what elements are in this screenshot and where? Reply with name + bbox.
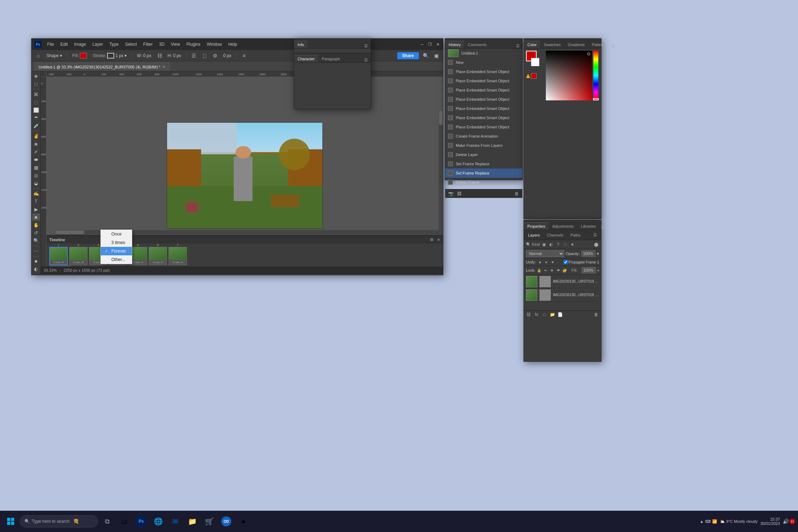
tab-swatches[interactable]: Swatches <box>540 41 564 48</box>
align-icon[interactable]: ☰ <box>190 52 198 60</box>
hand-tool[interactable]: ✋ <box>32 221 40 228</box>
history-item-place-6[interactable]: Place Embedded Smart Object <box>445 113 522 122</box>
taskbar-edge-app[interactable]: 🌐 <box>150 514 166 529</box>
menu-layer[interactable]: Layer <box>89 41 106 48</box>
stroke-swatch[interactable] <box>107 53 114 59</box>
taskbar-explorer2-app[interactable]: 📁 <box>184 514 200 529</box>
history-panel-menu[interactable]: ☰ <box>515 44 521 48</box>
fill-input[interactable] <box>582 267 596 273</box>
layer-group-button[interactable]: 📁 <box>549 312 555 317</box>
taskbar-chrome-app[interactable]: ● <box>235 514 251 529</box>
tab-channels[interactable]: Channels <box>544 232 566 238</box>
notification-badge[interactable]: 21 <box>789 519 795 524</box>
layer-new-button[interactable]: 📄 <box>557 312 563 317</box>
tab-libraries[interactable]: Libraries <box>577 222 599 230</box>
filter-type-icon[interactable]: T <box>555 242 561 247</box>
tab-paths[interactable]: Paths <box>568 232 583 238</box>
layer-mask-button[interactable]: □ <box>542 312 547 317</box>
history-item-delete-layer[interactable]: Delete Layer <box>445 150 522 159</box>
type-tool[interactable]: T <box>32 198 40 205</box>
color-panel-menu[interactable]: ☰ <box>610 44 616 48</box>
taskbar-mail-app[interactable]: ✉ <box>167 514 183 529</box>
doc-tab-close-button[interactable]: ✕ <box>162 65 165 69</box>
tab-comments[interactable]: Comments <box>464 41 490 48</box>
unify-visibility-icon[interactable]: ▼ <box>550 260 555 265</box>
layer-style-button[interactable]: fx <box>534 312 539 317</box>
path-selection-tool[interactable]: ▶ <box>32 206 40 213</box>
share-button[interactable]: Share <box>397 52 419 59</box>
quick-mask-tool[interactable]: ◐ <box>32 266 40 273</box>
unify-position-icon[interactable]: ★ <box>537 260 542 265</box>
info-panel-menu[interactable]: ☰ <box>363 44 369 48</box>
taskbar-photoshop-app[interactable]: Ps <box>133 514 149 529</box>
menu-image[interactable]: Image <box>71 41 89 48</box>
menu-plugins[interactable]: Plugins <box>184 41 203 48</box>
frame-7[interactable]: 0 sec. ▾ <box>168 247 187 265</box>
loop-once[interactable]: Once <box>101 230 132 238</box>
search-icon[interactable]: 🔍 <box>422 52 430 60</box>
history-item-create-frame[interactable]: Create Frame Animation <box>445 132 522 141</box>
frame-1[interactable]: 0 sec. ▾ <box>49 247 68 265</box>
taskbar-store-app[interactable]: 🛒 <box>201 514 217 529</box>
history-new-btn[interactable]: 🖼 <box>456 191 462 196</box>
shape-selector[interactable]: Shape ▾ <box>45 52 63 59</box>
tab-patterns[interactable]: Patterns <box>588 41 610 48</box>
panel-toggle-icon[interactable]: ▣ <box>432 52 440 60</box>
network-icon[interactable]: 📶 <box>712 519 717 524</box>
history-item-make-frames[interactable]: Make Frames From Layers <box>445 141 522 150</box>
tab-properties[interactable]: Properties <box>524 222 549 230</box>
history-item-place-5[interactable]: Place Embedded Smart Object <box>445 104 522 113</box>
history-item-place-3[interactable]: Place Embedded Smart Object <box>445 85 522 95</box>
lock-position-icon[interactable]: ✥ <box>549 268 554 273</box>
loop-other[interactable]: Other... <box>101 255 132 264</box>
tab-info[interactable]: Info <box>294 41 307 48</box>
document-tab[interactable]: Untitled-1 @ 33.3% (IMG20230130142522_BU… <box>34 62 170 71</box>
menu-type[interactable]: Type <box>106 41 121 48</box>
clone-stamp-tool[interactable]: ❀ <box>32 140 40 148</box>
filter-shape-icon[interactable]: □ <box>563 242 568 247</box>
history-item-set-frame-1[interactable]: Set Frame Replace <box>445 159 522 168</box>
tab-history[interactable]: History <box>445 41 464 48</box>
layer-delete-button[interactable]: 🗑 <box>593 312 599 317</box>
tab-layers[interactable]: Layers <box>525 232 543 238</box>
vertical-scrollbar[interactable] <box>439 110 443 234</box>
history-snapshot-item[interactable]: Untitled-1 <box>445 49 522 58</box>
filter-toggle-icon[interactable]: ⬤ <box>593 242 599 247</box>
taskbar-onedrive-app[interactable]: OD <box>218 514 234 529</box>
object-selection-tool[interactable]: ⬜ <box>32 106 40 113</box>
dodge-tool[interactable]: ◒ <box>32 180 40 187</box>
maximize-button[interactable]: ❒ <box>427 42 432 47</box>
menu-help[interactable]: Help <box>226 41 240 48</box>
eyedropper-tool[interactable]: 💉 <box>32 122 40 129</box>
tab-adjustments[interactable]: Adjustments <box>549 222 577 230</box>
taskbar-explorer-app[interactable]: 🗂 <box>116 514 132 529</box>
history-item-set-frame-2[interactable]: Set Frame Replace <box>445 168 522 178</box>
move-tool[interactable]: ✥ <box>32 73 40 80</box>
crop-tool[interactable]: ☂ <box>32 115 40 122</box>
fill-swatch[interactable] <box>80 53 87 59</box>
tab-character[interactable]: Character <box>294 55 318 62</box>
shape-tool[interactable]: ■ <box>32 214 40 221</box>
menu-window[interactable]: Window <box>204 41 225 48</box>
horizontal-scrollbar-thumb[interactable] <box>56 231 84 234</box>
color-gradient-picker[interactable] <box>546 51 592 100</box>
link-icon[interactable]: ⛓ <box>156 52 164 60</box>
menu-edit[interactable]: Edit <box>57 41 71 48</box>
history-item-place-7[interactable]: Place Embedded Smart Object <box>445 122 522 132</box>
history-camera-btn[interactable]: 📷 <box>448 191 454 196</box>
foreground-bg-swatch[interactable]: ■ <box>32 258 40 265</box>
layer-item-1[interactable]: IMG20230130...URST019 (3) <box>524 275 601 288</box>
layer-item-2[interactable]: IMG20230130...URST018 (3) <box>524 288 601 302</box>
menu-select[interactable]: Select <box>122 41 139 48</box>
stroke-option[interactable]: Stroke: 1 px ▾ <box>91 52 128 59</box>
tab-gradients[interactable]: Gradients <box>564 41 588 48</box>
loop-forever[interactable]: ✓ Forever <box>101 247 132 255</box>
history-item-place-2[interactable]: Place Embedded Smart Object <box>445 76 522 85</box>
blend-mode-dropdown[interactable]: Normal <box>526 250 564 257</box>
canvas-viewport[interactable]: Timeline ⚙ ✕ 1 <box>46 77 443 274</box>
menu-view[interactable]: View <box>168 41 183 48</box>
brush-tool[interactable]: ✌ <box>32 133 40 140</box>
filter-adjustment-icon[interactable]: ◐ <box>548 242 554 247</box>
history-item-place-1[interactable]: Place Embedded Smart Object <box>445 67 522 76</box>
properties-panel-menu[interactable]: ☰ <box>599 225 606 230</box>
